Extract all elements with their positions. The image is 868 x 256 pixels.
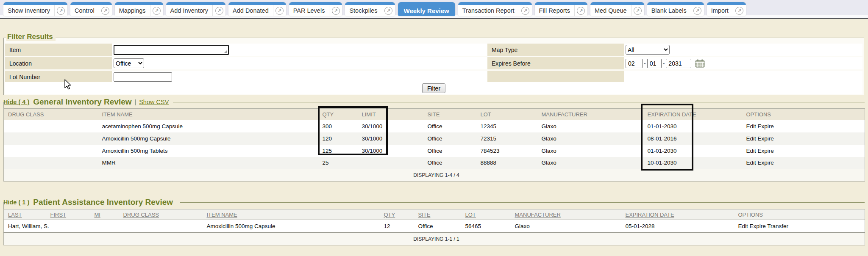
open-in-new-icon[interactable]: ↗: [55, 7, 67, 15]
column-header-mi[interactable]: MI: [95, 209, 123, 220]
cell-options[interactable]: Edit Expire Transfer: [738, 220, 865, 233]
column-header-manufacturer[interactable]: MANUFACTURER: [515, 209, 626, 220]
tab-label: Import: [707, 7, 733, 14]
column-header-item-name[interactable]: ITEM NAME: [207, 209, 384, 220]
column-header-drug-class[interactable]: DRUG CLASS: [4, 109, 102, 120]
cell-options[interactable]: Edit Expire: [746, 120, 865, 132]
filter-row-item: Item Map Type All: [5, 44, 862, 56]
date-dash: -: [644, 60, 646, 67]
map-type-field-cell: All: [624, 44, 862, 56]
column-header-manufacturer[interactable]: MANUFACTURER: [542, 109, 648, 120]
open-in-new-icon[interactable]: ↗: [691, 7, 704, 15]
tab-control[interactable]: Control ↗: [70, 2, 112, 16]
calendar-icon[interactable]: [695, 59, 705, 68]
column-header-lot[interactable]: LOT: [481, 109, 542, 120]
column-header-expiration-date[interactable]: EXPIRATION DATE: [626, 209, 738, 220]
show-csv-link[interactable]: Show CSV: [139, 99, 169, 105]
lot-number-input[interactable]: [114, 72, 172, 82]
open-in-new-icon[interactable]: ↗: [150, 7, 163, 15]
general-table-footer: DISPLAYING 1-4 / 4: [4, 169, 865, 182]
cell-manufacturer: Glaxo: [542, 132, 648, 145]
filter-button[interactable]: Filter: [422, 83, 445, 93]
cell-lot: 72315: [481, 132, 542, 145]
column-header-qty[interactable]: QTY: [323, 109, 362, 120]
open-in-new-icon[interactable]: ↗: [382, 7, 395, 15]
column-header-expiration-date[interactable]: EXPIRATION DATE: [648, 109, 746, 120]
expires-day-input[interactable]: [647, 59, 662, 68]
tab-weekly-review[interactable]: Weekly Review: [398, 2, 455, 16]
empty-field-cell: [624, 71, 862, 83]
column-header-limit[interactable]: LIMIT: [362, 109, 428, 120]
expires-before-label: Expires Before: [487, 57, 624, 69]
general-hide-link[interactable]: Hide ( 4 ): [3, 99, 29, 105]
tab-label: Mappings: [115, 7, 150, 14]
cell-limit: 30/1000: [362, 132, 428, 145]
column-header-qty[interactable]: QTY: [384, 209, 418, 220]
cell-drug-class: [4, 132, 102, 145]
open-in-new-icon[interactable]: ↗: [329, 7, 342, 15]
open-in-new-icon[interactable]: ↗: [632, 7, 644, 15]
tab-import[interactable]: Import ↗: [707, 2, 746, 16]
tab-label: Weekly Review: [398, 7, 455, 14]
column-header-options: OPTIONS: [738, 209, 865, 220]
tab-label: Transaction Report: [458, 7, 519, 14]
cell-first: [50, 220, 95, 233]
cell-item-name: MMR: [102, 157, 323, 169]
cell-item-name: Amoxicillin 500mg Tablets: [102, 145, 323, 157]
location-select[interactable]: Office: [114, 58, 144, 68]
map-type-select[interactable]: All: [626, 45, 670, 55]
open-in-new-icon[interactable]: ↗: [733, 7, 746, 15]
cell-limit: 30/1000: [362, 120, 428, 132]
cell-options[interactable]: Edit Expire: [746, 145, 865, 157]
tab-add-inventory[interactable]: Add Inventory ↗: [166, 2, 225, 16]
tab-fill-reports[interactable]: Fill Reports ↗: [535, 2, 587, 16]
filter-results-legend: Filter Results: [6, 33, 56, 41]
title-separator: |: [135, 99, 136, 105]
filter-row-lot-number: Lot Number: [5, 71, 862, 83]
general-inventory-section-header: Hide ( 4 ) General Inventory Review | Sh…: [3, 97, 865, 107]
column-header-last[interactable]: LAST: [4, 209, 50, 220]
tab-label: Med Queue: [590, 7, 631, 14]
column-header-drug-class[interactable]: DRUG CLASS: [123, 209, 207, 220]
tab-show-inventory[interactable]: Show Inventory ↗: [3, 2, 67, 16]
expires-year-input[interactable]: [666, 59, 691, 68]
cell-limit: 30/1000: [362, 145, 428, 157]
column-header-first[interactable]: FIRST: [50, 209, 95, 220]
item-input[interactable]: [114, 45, 229, 55]
general-section-title: General Inventory Review: [33, 97, 131, 107]
tab-blank-labels[interactable]: Blank Labels ↗: [647, 2, 704, 16]
tab-add-donated[interactable]: Add Donated ↗: [228, 2, 286, 16]
open-in-new-icon[interactable]: ↗: [99, 7, 112, 15]
tab-transaction-report[interactable]: Transaction Report ↗: [458, 2, 532, 16]
column-header-site[interactable]: SITE: [428, 109, 481, 120]
cell-site: Office: [428, 157, 481, 169]
location-field-cell: Office: [112, 57, 487, 69]
expires-month-input[interactable]: [626, 59, 643, 68]
tab-med-queue[interactable]: Med Queue ↗: [590, 2, 644, 16]
section-rule: [180, 202, 865, 203]
open-in-new-icon[interactable]: ↗: [273, 7, 286, 15]
tab-mappings[interactable]: Mappings ↗: [115, 2, 163, 16]
cell-qty: 25: [323, 157, 362, 169]
patient-assistance-table: LAST FIRST MI DRUG CLASS ITEM NAME QTY S…: [3, 209, 865, 245]
column-header-item-name[interactable]: ITEM NAME: [102, 109, 323, 120]
cell-lot: 784523: [481, 145, 542, 157]
patient-hide-link[interactable]: Hide ( 1 ): [3, 199, 29, 206]
open-in-new-icon[interactable]: ↗: [575, 7, 587, 15]
lot-number-field-cell: [112, 71, 487, 83]
tab-stockpiles[interactable]: Stockpiles ↗: [345, 2, 395, 16]
cell-options[interactable]: Edit Expire: [746, 132, 865, 145]
tab-par-levels[interactable]: PAR Levels ↗: [289, 2, 342, 16]
column-header-lot[interactable]: LOT: [465, 209, 515, 220]
cell-drug-class: [4, 120, 102, 132]
table-row: Hart, William, S. Amoxicillin 500mg Caps…: [4, 220, 865, 233]
section-border-tick: [3, 102, 4, 108]
open-in-new-icon[interactable]: ↗: [213, 7, 225, 15]
cell-site: Office: [428, 132, 481, 145]
cell-options[interactable]: Edit Expire: [746, 157, 865, 169]
column-header-site[interactable]: SITE: [418, 209, 465, 220]
open-in-new-icon[interactable]: ↗: [519, 7, 532, 15]
empty-label-cell: [487, 71, 624, 83]
displaying-status: DISPLAYING 1-1 / 1: [4, 233, 865, 245]
tab-label: Stockpiles: [345, 7, 381, 14]
